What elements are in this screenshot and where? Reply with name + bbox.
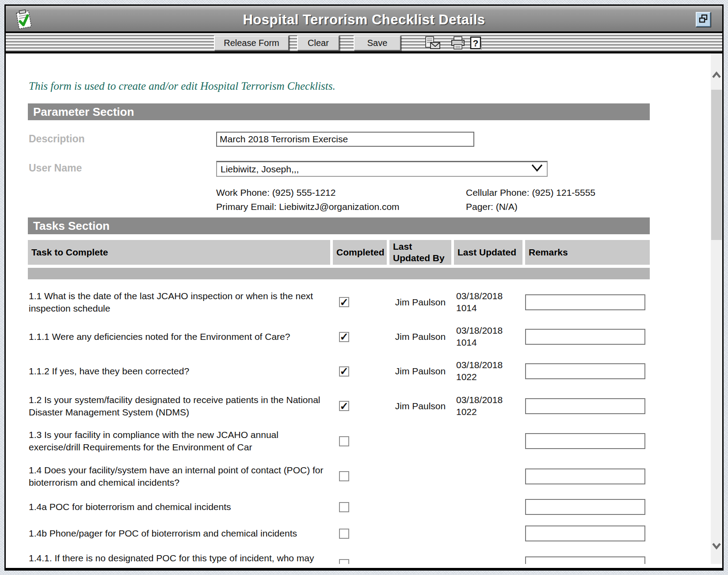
remarks-input[interactable] xyxy=(525,499,645,515)
task-text: 1.4.1. If there is no designated POC for… xyxy=(28,552,330,564)
table-row: 1.4b Phone/pager for POC of bioterrorism… xyxy=(28,525,650,541)
column-header-remarks: Remarks xyxy=(525,240,650,265)
completed-checkbox[interactable]: ✓ xyxy=(339,332,349,342)
release-form-button[interactable]: Release Form xyxy=(214,35,289,51)
completed-cell: ✓ xyxy=(333,332,387,342)
remarks-cell xyxy=(525,294,650,310)
description-field-row: Description xyxy=(28,132,650,147)
form-content: This form is used to create and/or edit … xyxy=(6,53,722,564)
scroll-down-icon[interactable] xyxy=(711,541,722,552)
primary-email-text: Primary Email: LiebiwitzJ@organization.c… xyxy=(216,202,466,212)
email-form-icon[interactable] xyxy=(424,36,441,51)
completed-checkbox[interactable] xyxy=(339,502,349,512)
completed-cell: ✓ xyxy=(333,297,387,307)
completed-checkbox[interactable]: ✓ xyxy=(339,297,349,307)
toolbar: Release Form Clear Save xyxy=(6,33,722,53)
table-separator-row xyxy=(28,268,650,279)
remarks-cell xyxy=(525,329,650,345)
user-name-label: User Name xyxy=(28,161,216,174)
remarks-input[interactable] xyxy=(525,468,645,484)
tasks-table-body: 1.1 What is the date of the last JCAHO i… xyxy=(28,290,650,564)
remarks-cell xyxy=(525,499,650,515)
titlebar: Hospital Terrorism Checklist Details xyxy=(6,6,722,33)
task-text: 1.2 Is your system/facility designated t… xyxy=(28,394,330,418)
completed-cell xyxy=(333,502,387,512)
table-row: 1.1.2 If yes, have they been corrected? … xyxy=(28,359,650,383)
remarks-input[interactable] xyxy=(525,329,645,345)
remarks-cell xyxy=(525,468,650,484)
last-updated-by-text: Jim Paulson xyxy=(389,401,451,411)
table-row: 1.2 Is your system/facility designated t… xyxy=(28,394,650,418)
description-input[interactable] xyxy=(216,132,474,147)
last-updated-text: 03/18/2018 1022 xyxy=(454,394,522,418)
column-header-last-updated: Last Updated xyxy=(454,240,522,265)
window-title: Hospital Terrorism Checklist Details xyxy=(6,12,722,28)
completed-cell xyxy=(333,559,387,564)
tasks-section-header: Tasks Section xyxy=(28,217,650,234)
description-label: Description xyxy=(28,132,216,145)
form-intro-text: This form is used to create and/or edit … xyxy=(29,80,650,92)
parameter-section-title: Parameter Section xyxy=(33,105,134,119)
parameter-section-header: Parameter Section xyxy=(28,103,650,120)
task-text: 1.3 Is your facility in compliance with … xyxy=(28,429,330,453)
cellular-phone-text: Cellular Phone: (925) 121-5555 xyxy=(466,187,650,198)
completed-cell xyxy=(333,436,387,446)
task-text: 1.1 What is the date of the last JCAHO i… xyxy=(28,290,330,314)
vertical-scrollbar[interactable] xyxy=(711,53,722,564)
completed-cell: ✓ xyxy=(333,401,387,411)
last-updated-by-text: Jim Paulson xyxy=(389,297,451,308)
last-updated-by-text: Jim Paulson xyxy=(389,331,451,342)
column-header-completed: Completed xyxy=(333,240,387,265)
last-updated-text: 03/18/2018 1014 xyxy=(454,290,522,314)
remarks-input[interactable] xyxy=(525,294,645,310)
work-phone-text: Work Phone: (925) 555-1212 xyxy=(216,187,466,198)
column-header-task: Task to Complete xyxy=(28,240,330,265)
task-text: 1.4 Does your facility/system have an in… xyxy=(28,464,330,488)
remarks-cell xyxy=(525,525,650,541)
table-row: 1.4.1. If there is no designated POC for… xyxy=(28,552,650,564)
completed-checkbox[interactable] xyxy=(339,436,349,446)
table-row: 1.4 Does your facility/system have an in… xyxy=(28,464,650,488)
print-icon[interactable] xyxy=(450,36,467,51)
completed-checkbox[interactable]: ✓ xyxy=(339,366,349,377)
task-text: 1.4a POC for bioterrorism and chemical i… xyxy=(28,501,330,513)
last-updated-text: 03/18/2018 1014 xyxy=(454,325,522,349)
clear-button[interactable]: Clear xyxy=(297,35,339,51)
completed-cell: ✓ xyxy=(333,366,387,377)
remarks-input[interactable] xyxy=(525,525,645,541)
app-window: Hospital Terrorism Checklist Details Rel… xyxy=(4,4,724,571)
completed-checkbox[interactable] xyxy=(339,529,349,539)
task-text: 1.1.2 If yes, have they been corrected? xyxy=(28,365,330,377)
remarks-cell xyxy=(525,398,650,414)
scroll-up-icon[interactable] xyxy=(711,70,722,82)
tasks-table-header: Task to Complete Completed Last Updated … xyxy=(28,240,650,265)
remarks-input[interactable] xyxy=(525,556,645,564)
save-button[interactable]: Save xyxy=(354,35,401,51)
chevron-down-icon xyxy=(531,164,543,175)
pager-text: Pager: (N/A) xyxy=(466,202,650,212)
remarks-input[interactable] xyxy=(525,363,645,379)
restore-window-icon xyxy=(698,14,708,25)
remarks-cell xyxy=(525,363,650,379)
user-name-value: Liebiwitz, Joseph,,, xyxy=(221,164,299,175)
completed-checkbox[interactable] xyxy=(339,559,349,564)
scrollbar-thumb[interactable] xyxy=(711,90,722,240)
table-row: 1.4a POC for bioterrorism and chemical i… xyxy=(28,499,650,515)
remarks-input[interactable] xyxy=(525,398,645,414)
user-name-select[interactable]: Liebiwitz, Joseph,,, xyxy=(216,161,548,177)
column-header-last-updated-by: Last Updated By xyxy=(389,240,451,265)
table-row: 1.1.1 Were any deficiencies noted for th… xyxy=(28,325,650,349)
completed-cell xyxy=(333,529,387,539)
restore-window-button[interactable] xyxy=(696,12,711,27)
task-text: 1.1.1 Were any deficiencies noted for th… xyxy=(28,331,330,343)
user-contact-info: Work Phone: (925) 555-1212 Cellular Phon… xyxy=(216,187,650,212)
help-icon[interactable]: ? xyxy=(469,36,485,51)
table-row: 1.1 What is the date of the last JCAHO i… xyxy=(28,290,650,314)
last-updated-by-text: Jim Paulson xyxy=(389,366,451,377)
completed-checkbox[interactable] xyxy=(339,471,349,481)
table-row: 1.3 Is your facility in compliance with … xyxy=(28,429,650,453)
completed-checkbox[interactable]: ✓ xyxy=(339,401,349,411)
remarks-cell xyxy=(525,433,650,449)
remarks-input[interactable] xyxy=(525,433,645,449)
user-name-field-row: User Name Liebiwitz, Joseph,,, xyxy=(28,161,650,177)
